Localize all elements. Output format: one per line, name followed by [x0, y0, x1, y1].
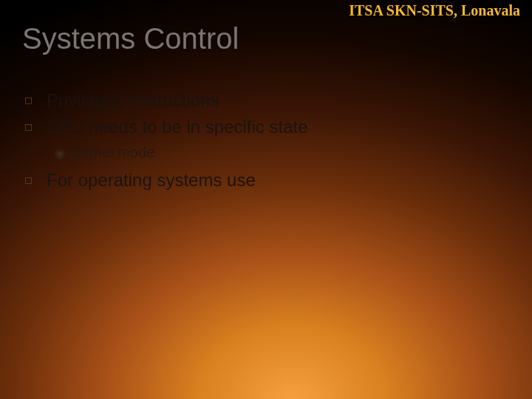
square-bullet-icon	[25, 98, 32, 104]
bullet-text: For operating systems use	[47, 168, 256, 192]
square-bullet-icon	[25, 124, 32, 131]
square-bullet-icon	[25, 177, 32, 184]
bullet-item: CPU needs to be in specific state	[25, 115, 517, 139]
org-header-label: ITSA SKN-SITS, Lonavala	[349, 2, 520, 19]
bullet-text: CPU needs to be in specific state	[47, 115, 308, 139]
bullet-item: Privileged instructions	[25, 89, 517, 112]
sub-bullet-text: Kernel mode	[71, 144, 154, 161]
slide-title: Systems Control	[22, 22, 239, 55]
circle-bullet-icon: ◉	[55, 146, 65, 160]
slide-content: Privileged instructions CPU needs to be …	[25, 89, 517, 195]
sub-bullet-item: ◉ Kernel mode	[55, 144, 517, 161]
bullet-item: For operating systems use	[25, 168, 517, 192]
bullet-text: Privileged instructions	[47, 89, 219, 112]
